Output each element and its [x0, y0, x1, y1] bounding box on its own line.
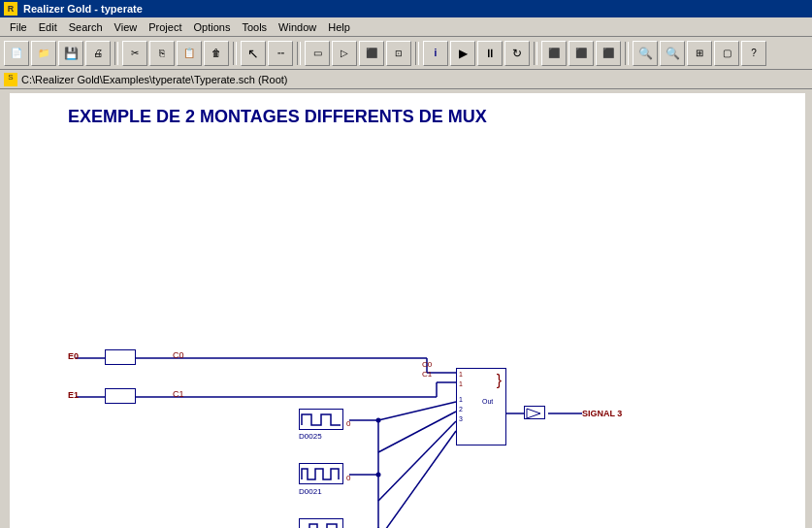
- svg-line-14: [378, 412, 456, 452]
- toolbar-zoom-fit[interactable]: ⊞: [687, 41, 712, 66]
- sep6: [625, 42, 629, 65]
- toolbar-print[interactable]: 🖨: [85, 41, 111, 66]
- d0021-name: D0021: [299, 487, 322, 496]
- toolbar-chip2[interactable]: ⬛: [568, 41, 594, 66]
- output-buffer: [524, 406, 545, 419]
- d0025-label: 0: [346, 419, 350, 428]
- sep1: [114, 42, 118, 65]
- svg-point-24: [376, 473, 381, 478]
- toolbar-extra[interactable]: ?: [741, 41, 766, 66]
- sep5: [534, 42, 537, 65]
- app-icon: R: [4, 2, 17, 16]
- toolbar-zoom-out[interactable]: 🔍: [660, 41, 685, 66]
- toolbar-save[interactable]: 💾: [58, 41, 83, 66]
- c0-out-label: C0: [173, 350, 184, 360]
- svg-point-23: [376, 418, 381, 423]
- toolbar: 📄 📁 💾 🖨 ✂ ⎘ 📋 🗑 ↖ ╌ ▭ ▷ ⬛ ⊡ i ▶ ⏸ ↻ ⬛ ⬛ …: [0, 37, 812, 70]
- e1-buffer: [105, 388, 136, 404]
- waveform-d0025: [299, 409, 343, 430]
- waveform-d0018: [299, 518, 343, 528]
- mux-c0: C0: [422, 360, 432, 369]
- toolbar-info[interactable]: i: [423, 41, 448, 66]
- toolbar-run[interactable]: ▶: [450, 41, 475, 66]
- toolbar-select[interactable]: ↖: [241, 41, 266, 66]
- toolbar-comp3[interactable]: ⬛: [359, 41, 384, 66]
- schematic-wires: [10, 93, 805, 528]
- e0-label: E0: [68, 351, 79, 361]
- menu-bar: File Edit Search View Project Options To…: [0, 17, 812, 37]
- sep3: [297, 42, 301, 65]
- toolbar-new[interactable]: 📄: [4, 41, 29, 66]
- toolbar-chip1[interactable]: ⬛: [541, 41, 567, 66]
- menu-options[interactable]: Options: [187, 19, 236, 35]
- toolbar-comp4[interactable]: ⊡: [386, 41, 411, 66]
- sep4: [415, 42, 419, 65]
- menu-window[interactable]: Window: [273, 19, 322, 35]
- title-bar: R Realizer Gold - typerate: [0, 0, 812, 17]
- toolbar-delete[interactable]: 🗑: [204, 41, 229, 66]
- svg-line-11: [378, 402, 456, 420]
- menu-tools[interactable]: Tools: [236, 19, 273, 35]
- mux-box: 1 1 1 2 3 Out }: [456, 368, 506, 446]
- toolbar-zoom-sel[interactable]: ▢: [714, 41, 739, 66]
- schematic-title: EXEMPLE DE 2 MONTAGES DIFFERENTS DE MUX: [68, 107, 487, 127]
- mux-c1: C1: [422, 370, 432, 379]
- path-bar: S C:\Realizer Gold\Examples\typerate\Typ…: [0, 70, 812, 89]
- toolbar-comp2[interactable]: ▷: [332, 41, 357, 66]
- menu-help[interactable]: Help: [322, 19, 356, 35]
- c1-out-label: C1: [173, 389, 184, 399]
- e0-buffer: [105, 349, 136, 365]
- menu-file[interactable]: File: [4, 19, 33, 35]
- svg-line-20: [378, 431, 456, 528]
- toolbar-comp1[interactable]: ▭: [305, 41, 330, 66]
- toolbar-zoom-in[interactable]: 🔍: [633, 41, 658, 66]
- title-text: Realizer Gold - typerate: [23, 3, 143, 15]
- e1-label: E1: [68, 390, 79, 400]
- toolbar-stop[interactable]: ⏸: [477, 41, 503, 66]
- signal3-label: SIGNAL 3: [582, 409, 622, 418]
- toolbar-chip3[interactable]: ⬛: [596, 41, 621, 66]
- menu-view[interactable]: View: [109, 19, 144, 35]
- svg-line-17: [378, 421, 456, 501]
- toolbar-refresh[interactable]: ↻: [504, 41, 530, 66]
- waveform-d0021: [299, 463, 343, 484]
- toolbar-copy[interactable]: ⎘: [149, 41, 175, 66]
- path-text: C:\Realizer Gold\Examples\typerate\Typer…: [21, 74, 288, 85]
- toolbar-wire[interactable]: ╌: [268, 41, 293, 66]
- sep2: [233, 42, 237, 65]
- toolbar-open[interactable]: 📁: [31, 41, 56, 66]
- main-canvas: EXEMPLE DE 2 MONTAGES DIFFERENTS DE MUX: [10, 93, 805, 528]
- toolbar-paste[interactable]: 📋: [177, 41, 202, 66]
- menu-search[interactable]: Search: [63, 19, 109, 35]
- d0021-label: 0: [346, 474, 350, 482]
- d0025-name: D0025: [299, 432, 322, 441]
- svg-marker-26: [527, 409, 540, 418]
- path-icon: S: [4, 73, 17, 86]
- menu-edit[interactable]: Edit: [33, 19, 63, 35]
- menu-project[interactable]: Project: [143, 19, 187, 35]
- toolbar-cut[interactable]: ✂: [122, 41, 147, 66]
